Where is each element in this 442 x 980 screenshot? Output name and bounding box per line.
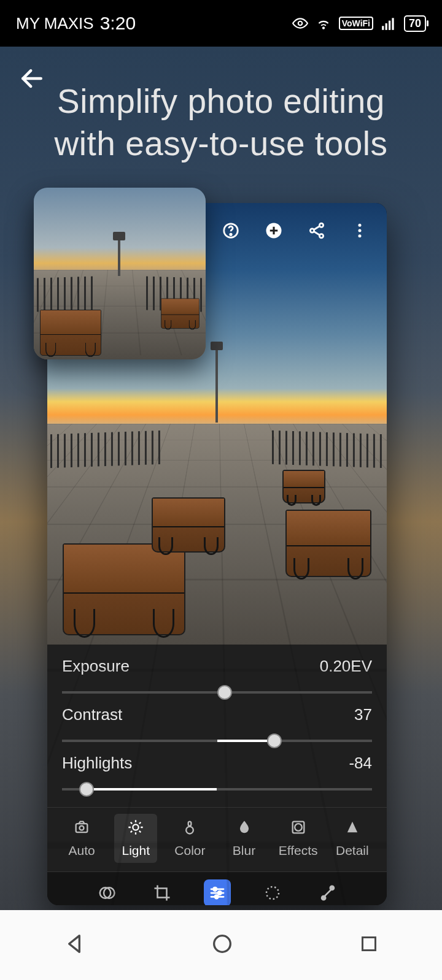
- carrier-label: MY MAXIS: [16, 14, 94, 33]
- signal-icon: [381, 15, 397, 31]
- svg-point-1: [323, 28, 324, 29]
- svg-line-15: [314, 226, 320, 230]
- battery-percent: 70: [409, 17, 421, 30]
- slider-value: 37: [354, 705, 372, 724]
- svg-point-19: [359, 234, 362, 237]
- slider-track-contrast[interactable]: [62, 732, 372, 750]
- nav-back-icon[interactable]: [62, 932, 87, 959]
- help-icon[interactable]: [219, 218, 243, 243]
- eye-icon: [292, 15, 308, 31]
- svg-point-48: [214, 936, 231, 952]
- promo-headline: Simplify photo editing with easy-to-use …: [0, 80, 442, 165]
- headline-line2: with easy-to-use tools: [55, 124, 388, 163]
- wifi-icon: [316, 15, 332, 31]
- svg-line-16: [314, 231, 320, 235]
- svg-point-0: [298, 21, 302, 26]
- share-icon[interactable]: [304, 218, 329, 243]
- svg-point-8: [230, 234, 232, 235]
- os-nav-bar: [0, 910, 442, 980]
- svg-rect-4: [389, 21, 390, 30]
- svg-rect-49: [363, 938, 376, 951]
- svg-point-18: [359, 229, 362, 232]
- more-icon[interactable]: [347, 218, 372, 243]
- promo-area: Simplify photo editing with easy-to-use …: [0, 47, 442, 910]
- nav-recent-icon[interactable]: [358, 933, 380, 957]
- slider-track-highlights[interactable]: [62, 780, 372, 798]
- clock: 3:20: [100, 13, 136, 34]
- svg-rect-5: [392, 18, 394, 30]
- status-bar: MY MAXIS 3:20 VoWiFi 70: [0, 0, 442, 47]
- original-thumbnail: [34, 188, 206, 359]
- battery-icon: 70: [404, 15, 426, 32]
- slider-track-exposure[interactable]: [62, 683, 372, 702]
- vowifi-badge: VoWiFi: [339, 17, 373, 30]
- nav-home-icon[interactable]: [210, 932, 235, 959]
- svg-rect-2: [382, 26, 384, 30]
- headline-line1: Simplify photo editing: [57, 82, 385, 120]
- svg-point-17: [359, 224, 362, 227]
- add-icon[interactable]: [262, 218, 286, 243]
- svg-rect-3: [386, 23, 387, 30]
